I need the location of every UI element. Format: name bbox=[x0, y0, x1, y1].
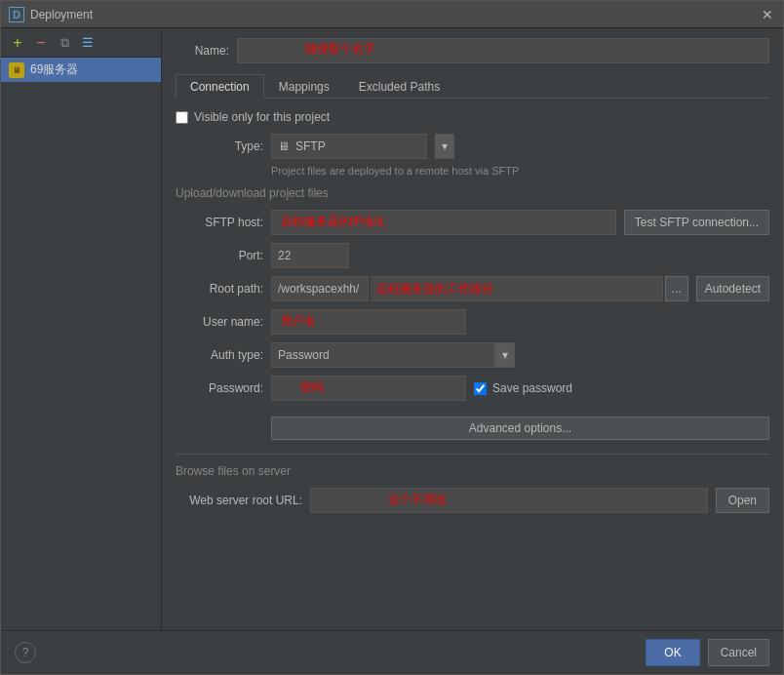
sftp-host-label: SFTP host: bbox=[176, 216, 263, 229]
copy-server-button[interactable]: ⧉ bbox=[54, 32, 75, 54]
web-url-label: Web server root URL: bbox=[176, 494, 302, 507]
advanced-options-button[interactable]: Advanced options... bbox=[271, 417, 769, 440]
password-row: Password: 密码 Save password bbox=[176, 376, 769, 401]
user-name-input[interactable] bbox=[271, 309, 466, 335]
port-label: Port: bbox=[176, 249, 263, 262]
save-password-checkbox[interactable] bbox=[474, 382, 487, 395]
root-path-prefix-input[interactable] bbox=[271, 276, 369, 301]
root-path-hint-input: 远程服务器的工作路径 bbox=[371, 276, 663, 301]
port-input[interactable] bbox=[271, 243, 349, 268]
type-icon: 🖥 bbox=[278, 139, 290, 153]
password-wrapper: 密码 bbox=[271, 376, 466, 401]
browse-section-title: Browse files on server bbox=[176, 464, 769, 478]
add-server-button[interactable]: + bbox=[7, 32, 28, 54]
type-select[interactable]: 🖥 SFTP bbox=[271, 134, 427, 159]
auth-select-wrapper: Password ▾ bbox=[271, 342, 515, 368]
type-hint: Project files are deployed to a remote h… bbox=[271, 165, 769, 177]
bottom-bar: ? OK Cancel bbox=[1, 630, 783, 674]
name-input[interactable] bbox=[237, 38, 769, 63]
title-bar: D Deployment ✕ bbox=[1, 1, 783, 28]
auth-type-dropdown-button[interactable]: ▾ bbox=[495, 342, 515, 368]
window-title: Deployment bbox=[30, 8, 760, 21]
user-name-wrapper: 用户名 bbox=[271, 309, 466, 335]
root-path-wrapper: 远程服务器的工作路径 ... bbox=[271, 276, 688, 301]
left-panel: + − ⧉ ☰ 🖥 69服务器 bbox=[1, 28, 162, 630]
help-button[interactable]: ? bbox=[15, 642, 36, 663]
name-input-wrapper: 随便取个名字 bbox=[237, 38, 769, 63]
type-label: Type: bbox=[176, 139, 263, 153]
type-dropdown-button[interactable]: ▾ bbox=[435, 134, 454, 159]
remove-server-button[interactable]: − bbox=[30, 32, 52, 54]
name-label: Name: bbox=[176, 44, 229, 58]
auth-type-label: Auth type: bbox=[176, 348, 263, 362]
test-sftp-button[interactable]: Test SFTP connection... bbox=[624, 210, 769, 235]
sftp-host-input[interactable] bbox=[271, 210, 616, 235]
ok-button[interactable]: OK bbox=[646, 639, 699, 666]
cancel-button[interactable]: Cancel bbox=[708, 639, 769, 666]
sftp-host-wrapper: 远程服务器的IP地址 bbox=[271, 210, 616, 235]
password-input[interactable] bbox=[271, 376, 466, 401]
user-name-row: User name: 用户名 bbox=[176, 309, 769, 335]
save-password-label: Save password bbox=[492, 381, 572, 395]
auth-type-row: Auth type: Password ▾ bbox=[176, 342, 769, 368]
ok-cancel-buttons: OK Cancel bbox=[646, 639, 769, 666]
server-item[interactable]: 🖥 69服务器 bbox=[1, 58, 161, 82]
root-path-dots-button[interactable]: ... bbox=[665, 276, 688, 301]
app-icon: D bbox=[9, 7, 24, 22]
upload-section-title: Upload/download project files bbox=[176, 186, 769, 200]
root-path-hint-text: 远程服务器的工作路径 bbox=[376, 281, 493, 298]
menu-server-button[interactable]: ☰ bbox=[77, 32, 98, 54]
server-list: 🖥 69服务器 bbox=[1, 58, 161, 630]
close-button[interactable]: ✕ bbox=[760, 7, 775, 22]
root-path-label: Root path: bbox=[176, 282, 263, 296]
type-row: Type: 🖥 SFTP ▾ bbox=[176, 134, 769, 159]
open-button[interactable]: Open bbox=[716, 488, 769, 513]
web-url-row: Web server root URL: 这个不用改 Open bbox=[176, 488, 769, 513]
tabs: Connection Mappings Excluded Paths bbox=[176, 73, 769, 99]
sftp-host-row: SFTP host: 远程服务器的IP地址 Test SFTP connecti… bbox=[176, 210, 769, 235]
main-content: + − ⧉ ☰ 🖥 69服务器 Name: 随便取个名字 bbox=[1, 28, 783, 630]
autodetect-button[interactable]: Autodetect bbox=[696, 276, 769, 301]
tab-mappings[interactable]: Mappings bbox=[264, 74, 344, 99]
password-label: Password: bbox=[176, 381, 263, 395]
save-password-row: Save password bbox=[474, 381, 572, 395]
port-row: Port: bbox=[176, 243, 769, 268]
browse-section: Browse files on server Web server root U… bbox=[176, 454, 769, 513]
toolbar: + − ⧉ ☰ bbox=[1, 28, 161, 58]
web-url-input[interactable] bbox=[310, 488, 708, 513]
root-path-row: Root path: 远程服务器的工作路径 ... Autodetect bbox=[176, 276, 769, 301]
visible-only-checkbox[interactable] bbox=[176, 111, 188, 124]
server-name: 69服务器 bbox=[30, 61, 78, 78]
web-url-input-wrapper: 这个不用改 bbox=[310, 488, 708, 513]
visible-only-label: Visible only for this project bbox=[194, 110, 330, 124]
user-name-label: User name: bbox=[176, 315, 263, 329]
dialog: D Deployment ✕ + − ⧉ ☰ 🖥 69服务器 Na bbox=[0, 0, 784, 675]
tab-connection[interactable]: Connection bbox=[176, 74, 264, 99]
tab-excluded-paths[interactable]: Excluded Paths bbox=[344, 74, 454, 99]
auth-type-select[interactable]: Password bbox=[271, 342, 495, 368]
visible-only-row: Visible only for this project bbox=[176, 110, 769, 124]
right-panel: Name: 随便取个名字 Connection Mappings Exclude… bbox=[162, 28, 783, 630]
server-icon: 🖥 bbox=[9, 62, 24, 78]
name-row: Name: 随便取个名字 bbox=[176, 38, 769, 63]
